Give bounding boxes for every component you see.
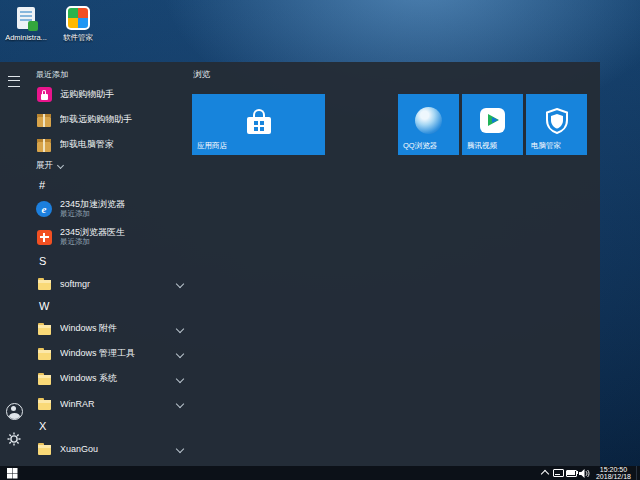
taskbar: 15:20:50 2018/12/18 [0, 466, 640, 480]
browser-doctor-icon [36, 229, 52, 245]
desktop-icon-software-manager[interactable]: 软件管家 [55, 5, 101, 43]
app-label: 2345加速浏览器 [60, 199, 186, 209]
folder-icon [36, 276, 52, 292]
keyboard-icon [553, 469, 564, 477]
hamburger-icon [8, 76, 20, 87]
chevron-down-icon [176, 279, 184, 287]
app-label: 2345浏览器医生 [60, 227, 186, 237]
recently-added-header: 最近添加 [36, 66, 188, 82]
folder-icon [36, 371, 52, 387]
start-button[interactable] [0, 466, 24, 480]
screen: Administra... 软件管家 最近添加 [0, 0, 640, 480]
show-desktop-button[interactable] [636, 466, 640, 480]
clock-date: 2018/12/18 [596, 473, 631, 480]
app-list: 最近添加 远购购物助手 卸载远购购物助手 卸载电脑管家 展开 # [36, 66, 188, 461]
tile-area: 浏览 应用商店 QQ浏览器 腾讯视频 电脑管 [192, 66, 596, 166]
user-account-button[interactable] [0, 398, 28, 424]
browser-e-icon [36, 201, 52, 217]
taskbar-clock[interactable]: 15:20:50 2018/12/18 [591, 466, 636, 480]
chevron-down-icon [176, 324, 184, 332]
tray-overflow-button[interactable] [539, 466, 552, 480]
desktop-icon-label: 软件管家 [63, 33, 93, 43]
uninstall-box-icon [36, 112, 52, 128]
section-letter-x[interactable]: X [36, 416, 188, 436]
expand-button[interactable]: 展开 [36, 157, 188, 175]
app-row-windows-admin-tools[interactable]: Windows 管理工具 [36, 341, 188, 366]
system-tray: 15:20:50 2018/12/18 [539, 466, 640, 480]
settings-button[interactable] [0, 426, 28, 452]
expand-rail-button[interactable] [0, 68, 28, 94]
section-letter-w[interactable]: W [36, 296, 188, 316]
tile-app-store[interactable]: 应用商店 [192, 94, 325, 155]
app-row-softmgr[interactable]: softmgr [36, 271, 188, 296]
expand-label: 展开 [36, 160, 53, 172]
desktop-icon-administrator[interactable]: Administra... [3, 5, 49, 42]
chevron-down-icon [176, 399, 184, 407]
clock-time: 15:20:50 [600, 466, 627, 474]
tile-label: QQ浏览器 [403, 141, 437, 151]
tile-pc-manager[interactable]: 电脑管家 [526, 94, 587, 155]
app-label: WinRAR [60, 399, 169, 409]
app-row-xuangou[interactable]: XuanGou [36, 436, 188, 461]
tile-label: 电脑管家 [531, 141, 561, 151]
qq-browser-icon [398, 94, 459, 147]
tile-group-header[interactable]: 浏览 [193, 69, 210, 81]
app-label: 卸载远购购物助手 [60, 113, 186, 126]
folder-icon [36, 441, 52, 457]
app-row-winrar[interactable]: WinRAR [36, 391, 188, 416]
start-rail [0, 62, 28, 466]
tencent-video-icon [462, 94, 523, 147]
app-row-shopping-assistant[interactable]: 远购购物助手 [36, 82, 188, 107]
app-sublabel: 最近添加 [60, 209, 186, 219]
chevron-down-icon [176, 349, 184, 357]
app-label: Windows 系统 [60, 372, 169, 385]
chevron-down-icon [176, 374, 184, 382]
software-manager-icon [65, 5, 91, 31]
uninstall-box-icon [36, 137, 52, 153]
tray-battery-button[interactable] [565, 466, 578, 480]
start-menu: 最近添加 远购购物助手 卸载远购购物助手 卸载电脑管家 展开 # [0, 62, 600, 466]
app-label: Windows 管理工具 [60, 347, 169, 360]
app-sublabel: 最近添加 [60, 237, 186, 247]
tile-tencent-video[interactable]: 腾讯视频 [462, 94, 523, 155]
windows-store-icon [192, 94, 325, 147]
folder-icon [36, 346, 52, 362]
shopping-bag-icon [36, 87, 52, 103]
tile-label: 腾讯视频 [467, 141, 497, 151]
app-row-2345-browser-doctor[interactable]: 2345浏览器医生 最近添加 [36, 223, 188, 251]
app-row-uninstall-shopping-assistant[interactable]: 卸载远购购物助手 [36, 107, 188, 132]
chevron-down-icon [57, 161, 64, 168]
windows-logo-icon [7, 468, 12, 473]
chevron-up-icon [541, 470, 549, 478]
app-row-uninstall-pc-manager[interactable]: 卸载电脑管家 [36, 132, 188, 157]
administrator-files-icon [13, 5, 39, 31]
desktop-icon-label: Administra... [5, 33, 47, 42]
app-row-windows-system[interactable]: Windows 系统 [36, 366, 188, 391]
tray-keyboard-button[interactable] [552, 466, 565, 480]
shield-icon [526, 94, 587, 147]
app-row-windows-accessories[interactable]: Windows 附件 [36, 316, 188, 341]
app-label: 远购购物助手 [60, 88, 186, 101]
section-letter-hash[interactable]: # [36, 175, 188, 195]
app-label: 卸载电脑管家 [60, 138, 186, 151]
app-label: Windows 附件 [60, 322, 169, 335]
app-row-2345-browser[interactable]: 2345加速浏览器 最近添加 [36, 195, 188, 223]
section-letter-s[interactable]: S [36, 251, 188, 271]
chevron-down-icon [176, 444, 184, 452]
gear-icon [7, 432, 21, 446]
folder-icon [36, 396, 52, 412]
app-label: softmgr [60, 279, 169, 289]
tile-label: 应用商店 [197, 141, 227, 151]
tile-qq-browser[interactable]: QQ浏览器 [398, 94, 459, 155]
app-label: XuanGou [60, 444, 169, 454]
speaker-icon [579, 469, 590, 478]
folder-icon [36, 321, 52, 337]
user-icon [6, 403, 23, 420]
battery-icon [566, 470, 577, 477]
tray-volume-button[interactable] [578, 466, 591, 480]
